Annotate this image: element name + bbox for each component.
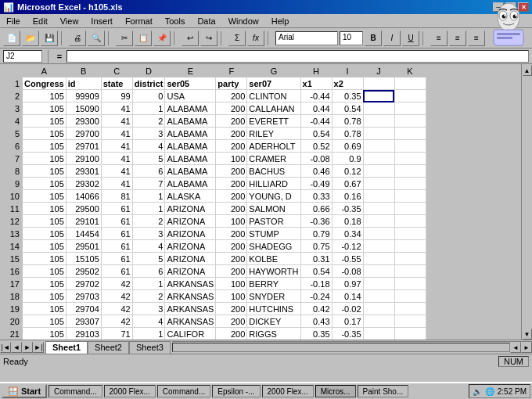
cell-7-0[interactable]: 105 — [23, 153, 66, 165]
cell-4-6[interactable]: EVERETT — [247, 115, 300, 128]
cell-6-10[interactable] — [394, 140, 426, 153]
cell-3-4[interactable]: ALABAMA — [165, 102, 216, 115]
align-left-button[interactable]: ≡ — [430, 31, 448, 46]
cell-20-7[interactable]: 0.43 — [300, 315, 332, 328]
cell-20-4[interactable]: ARKANSAS — [165, 315, 216, 328]
cell-16-10[interactable] — [394, 265, 426, 278]
cell-10-1[interactable]: 14066 — [66, 190, 101, 203]
taskbar-item-1[interactable]: 2000 Flex... — [104, 385, 156, 397]
cell-3-8[interactable]: 0.54 — [332, 102, 363, 115]
cell-15-3[interactable]: 5 — [132, 253, 165, 265]
sum-button[interactable]: Σ — [228, 31, 246, 46]
row-number-9[interactable]: 9 — [1, 178, 23, 190]
cell-11-3[interactable]: 1 — [132, 203, 165, 215]
cell-14-3[interactable]: 4 — [132, 240, 165, 253]
row-number-2[interactable]: 2 — [1, 90, 23, 102]
cell-21-10[interactable] — [394, 328, 426, 340]
cell-11-2[interactable]: 61 — [101, 203, 132, 215]
col-header-f[interactable]: F — [216, 65, 247, 77]
cell-17-1[interactable]: 29702 — [66, 278, 101, 290]
menu-data[interactable]: Data — [194, 16, 218, 27]
cell-7-3[interactable]: 5 — [132, 153, 165, 165]
cell-21-6[interactable]: RIGGS — [247, 328, 300, 340]
cell-17-5[interactable]: 100 — [216, 278, 247, 290]
cell-19-1[interactable]: 29704 — [66, 303, 101, 315]
paste-button[interactable]: 📌 — [153, 31, 171, 46]
row-number-20[interactable]: 20 — [1, 315, 23, 328]
row-number-15[interactable]: 15 — [1, 253, 23, 265]
cell-1-5[interactable]: party — [216, 77, 247, 90]
cell-7-2[interactable]: 41 — [101, 153, 132, 165]
cell-9-0[interactable]: 105 — [23, 178, 66, 190]
cell-2-1[interactable]: 99909 — [66, 90, 101, 102]
cell-8-6[interactable]: BACHUS — [247, 165, 300, 178]
taskbar-item-4[interactable]: 2000 Flex... — [262, 385, 314, 397]
bold-button[interactable]: B — [365, 31, 382, 46]
row-number-4[interactable]: 4 — [1, 115, 23, 128]
cell-6-9[interactable] — [363, 140, 394, 153]
cell-5-0[interactable]: 105 — [23, 128, 66, 140]
cell-1-1[interactable]: id — [66, 77, 101, 90]
cell-10-3[interactable]: 1 — [132, 190, 165, 203]
fx-button[interactable]: fx — [247, 31, 264, 46]
cell-5-5[interactable]: 200 — [216, 128, 247, 140]
cell-13-6[interactable]: STUMP — [247, 228, 300, 240]
cell-8-0[interactable]: 105 — [23, 165, 66, 178]
cell-10-10[interactable] — [394, 190, 426, 203]
cell-10-2[interactable]: 81 — [101, 190, 132, 203]
scroll-right-button[interactable]: ► — [521, 342, 532, 353]
cell-9-6[interactable]: HILLIARD — [247, 178, 300, 190]
cell-10-9[interactable] — [363, 190, 394, 203]
cell-12-2[interactable]: 61 — [101, 215, 132, 228]
cell-15-9[interactable] — [363, 253, 394, 265]
cell-17-8[interactable]: 0.97 — [332, 278, 363, 290]
cell-16-0[interactable]: 105 — [23, 265, 66, 278]
tab-next-button[interactable]: ► — [22, 342, 33, 353]
sheet-tab-1[interactable]: Sheet1 — [45, 341, 88, 354]
cell-13-1[interactable]: 14454 — [66, 228, 101, 240]
cell-19-8[interactable]: -0.02 — [332, 303, 363, 315]
row-number-21[interactable]: 21 — [1, 328, 23, 340]
sheet-tab-2[interactable]: Sheet2 — [88, 341, 129, 354]
underline-button[interactable]: U — [402, 31, 419, 46]
cell-12-3[interactable]: 2 — [132, 215, 165, 228]
cell-20-2[interactable]: 42 — [101, 315, 132, 328]
copy-button[interactable]: 📋 — [135, 31, 152, 46]
cell-2-4[interactable]: USA — [165, 90, 216, 102]
cell-9-4[interactable]: ALABAMA — [165, 178, 216, 190]
cell-19-5[interactable]: 200 — [216, 303, 247, 315]
cell-14-0[interactable]: 105 — [23, 240, 66, 253]
cell-17-0[interactable]: 105 — [23, 278, 66, 290]
cell-2-7[interactable]: -0.44 — [300, 90, 332, 102]
cell-11-10[interactable] — [394, 203, 426, 215]
row-number-18[interactable]: 18 — [1, 290, 23, 303]
cell-14-8[interactable]: -0.12 — [332, 240, 363, 253]
cell-2-9[interactable] — [363, 90, 394, 102]
row-number-6[interactable]: 6 — [1, 140, 23, 153]
cell-8-1[interactable]: 29301 — [66, 165, 101, 178]
cell-9-10[interactable] — [394, 178, 426, 190]
cell-11-9[interactable] — [363, 203, 394, 215]
cell-16-6[interactable]: HAYWORTH — [247, 265, 300, 278]
cell-4-9[interactable] — [363, 115, 394, 128]
cell-5-8[interactable]: 0.78 — [332, 128, 363, 140]
cell-6-5[interactable]: 200 — [216, 140, 247, 153]
row-number-1[interactable]: 1 — [1, 77, 23, 90]
cell-7-10[interactable] — [394, 153, 426, 165]
col-header-h[interactable]: H — [300, 65, 332, 77]
cell-6-6[interactable]: ADERHOLT — [247, 140, 300, 153]
cell-8-7[interactable]: 0.46 — [300, 165, 332, 178]
cell-12-1[interactable]: 29101 — [66, 215, 101, 228]
cell-20-10[interactable] — [394, 315, 426, 328]
cell-2-8[interactable]: 0.35 — [332, 90, 363, 102]
cell-14-6[interactable]: SHADEGG — [247, 240, 300, 253]
print-preview-button[interactable]: 🔍 — [88, 31, 105, 46]
row-number-14[interactable]: 14 — [1, 240, 23, 253]
cell-10-7[interactable]: 0.33 — [300, 190, 332, 203]
col-header-c[interactable]: C — [101, 65, 132, 77]
align-center-button[interactable]: ≡ — [449, 31, 466, 46]
cell-10-4[interactable]: ALASKA — [165, 190, 216, 203]
scroll-up-button[interactable]: ▲ — [523, 65, 532, 76]
cell-6-7[interactable]: 0.52 — [300, 140, 332, 153]
cell-18-1[interactable]: 29703 — [66, 290, 101, 303]
